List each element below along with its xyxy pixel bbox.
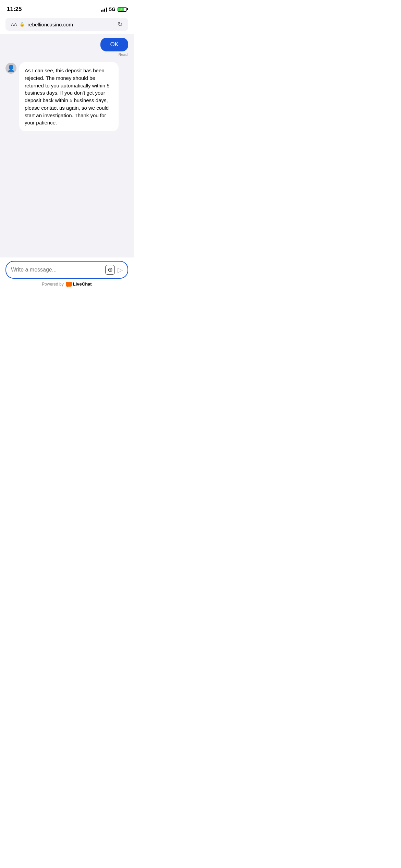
chat-area: OK Read 👤 As I can see, this deposit has… bbox=[0, 34, 134, 257]
main-content: OK Read 👤 As I can see, this deposit has… bbox=[0, 34, 134, 289]
lock-icon: 🔒 bbox=[20, 22, 25, 27]
sent-message-container: OK Read bbox=[5, 38, 128, 57]
input-area: ⊕ ▷ Powered by LiveChat bbox=[0, 257, 134, 289]
aa-text[interactable]: AA bbox=[11, 22, 17, 27]
status-bar: 11:25 5G ⚡ bbox=[0, 0, 134, 16]
status-icons: 5G ⚡ bbox=[101, 7, 127, 12]
read-status: Read bbox=[119, 52, 127, 57]
livechat-logo: LiveChat bbox=[66, 281, 92, 287]
url-bar-left: AA 🔒 rebellioncasino.com bbox=[11, 22, 73, 27]
signal-bars-icon bbox=[101, 7, 107, 12]
message-input-wrapper[interactable]: ⊕ ▷ bbox=[5, 261, 128, 279]
sent-message-bubble: OK bbox=[100, 38, 128, 51]
livechat-bubble-icon bbox=[66, 282, 72, 287]
received-message-container: 👤 As I can see, this deposit has been re… bbox=[5, 62, 128, 131]
network-type: 5G bbox=[109, 7, 116, 12]
url-bar[interactable]: AA 🔒 rebellioncasino.com ↻ bbox=[5, 18, 128, 31]
message-input[interactable] bbox=[11, 267, 102, 273]
add-attachment-button[interactable]: ⊕ bbox=[105, 265, 115, 275]
livechat-brand-name: LiveChat bbox=[73, 281, 92, 287]
send-arrow-icon[interactable]: ▷ bbox=[118, 266, 123, 274]
powered-by-footer: Powered by LiveChat bbox=[5, 281, 128, 287]
refresh-icon[interactable]: ↻ bbox=[118, 21, 123, 28]
received-message-bubble: As I can see, this deposit has been reje… bbox=[19, 62, 119, 131]
avatar: 👤 bbox=[5, 63, 16, 74]
battery-icon: ⚡ bbox=[118, 7, 127, 12]
status-time: 11:25 bbox=[7, 6, 22, 13]
agent-avatar-icon: 👤 bbox=[7, 64, 15, 72]
url-text[interactable]: rebellioncasino.com bbox=[27, 22, 73, 27]
powered-by-label: Powered by bbox=[42, 282, 63, 287]
